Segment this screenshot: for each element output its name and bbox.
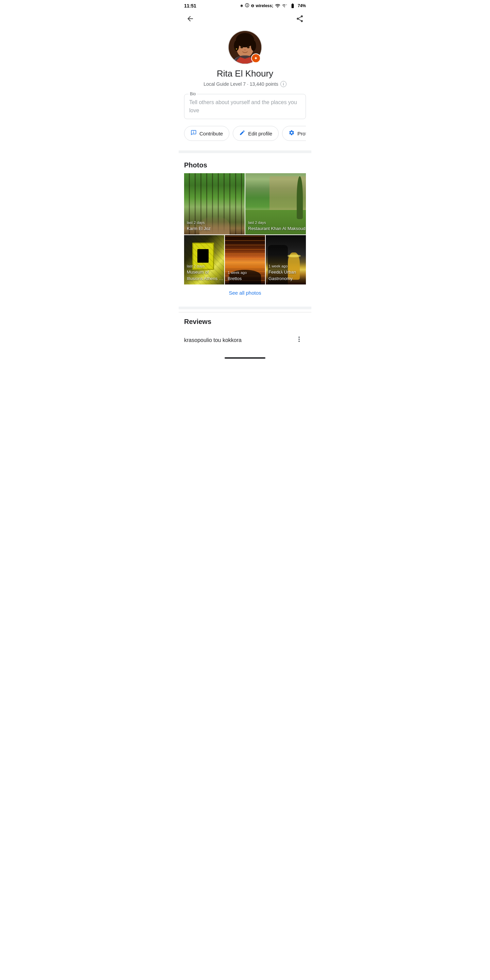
- bottom-indicator: [179, 353, 311, 363]
- wifi-icon: [275, 3, 280, 8]
- photo-item[interactable]: last 2 days Restaurant Khan Al Maksoud: [245, 173, 306, 234]
- settings-icon: [288, 130, 295, 137]
- photo-caption: last 2 days Museum of Illusions Athens …: [187, 264, 224, 282]
- photo-time: last 2 days: [187, 221, 211, 224]
- signal-icon: [282, 3, 288, 8]
- edit-profile-label: Edit profile: [248, 130, 272, 137]
- home-indicator: [224, 357, 266, 359]
- bio-label: Bio: [189, 92, 197, 96]
- profile-section: ✦ Rita El Khoury Local Guide Level 7 · 1…: [179, 27, 311, 148]
- photo-caption: 1 week ago Feedελ Urban Gastronomy: [269, 264, 306, 282]
- status-time: 11:51: [184, 3, 196, 8]
- bluetooth-icon: ∗: [240, 3, 243, 8]
- info-icon[interactable]: i: [280, 81, 286, 87]
- review-options-button[interactable]: [292, 334, 306, 347]
- review-header: krasopoulio tou kokkora: [184, 334, 306, 347]
- status-bar: 11:51 ∗ ⓘ ⊖ wireless; 74%: [179, 0, 311, 10]
- edit-icon: [239, 130, 245, 137]
- photos-section: Photos last 2 days Karm El Joz: [179, 156, 311, 304]
- photo-name: Restaurant Khan Al Maksoud: [248, 226, 305, 231]
- level-badge: ✦: [251, 53, 261, 63]
- share-button[interactable]: [294, 13, 306, 25]
- photo-item[interactable]: last 2 days Karm El Joz: [184, 173, 245, 234]
- photo-name: Museum of Illusions Athens …: [187, 269, 223, 281]
- photo-item[interactable]: 1 week ago Brettos: [225, 235, 265, 285]
- avatar-container: ✦: [228, 30, 262, 64]
- photo-caption: last 2 days Karm El Joz: [187, 221, 211, 232]
- reviews-section: Reviews krasopoulio tou kokkora: [179, 312, 311, 353]
- top-navigation: [179, 10, 311, 27]
- photos-bottom-row: last 2 days Museum of Illusions Athens ……: [184, 235, 306, 285]
- profile-level-text: Local Guide Level 7 · 13,440 points: [204, 81, 278, 87]
- svg-point-11: [236, 48, 237, 50]
- svg-point-4: [251, 40, 256, 51]
- back-button[interactable]: [184, 13, 196, 25]
- photo-time: last 2 days: [187, 264, 224, 268]
- battery-percent: 74%: [298, 3, 306, 8]
- action-buttons: Contribute Edit profile Profile settin…: [184, 126, 306, 142]
- photo-name: Karm El Joz: [187, 226, 211, 231]
- dnd-icon: ⊖: [251, 3, 254, 8]
- contribute-label: Contribute: [199, 130, 223, 137]
- profile-settings-button[interactable]: Profile settin…: [282, 126, 306, 141]
- reviews-section-title: Reviews: [184, 318, 306, 326]
- location-icon: ⓘ: [245, 3, 249, 8]
- battery-icon: [289, 3, 296, 8]
- photo-time: 1 week ago: [228, 270, 247, 275]
- badge-star-icon: ✦: [254, 56, 258, 61]
- status-icons: ∗ ⓘ ⊖ wireless; 74%: [240, 3, 306, 8]
- photo-caption: last 2 days Restaurant Khan Al Maksoud: [248, 221, 305, 232]
- photo-item[interactable]: 1 week ago Feedελ Urban Gastronomy: [266, 235, 306, 285]
- review-item: krasopoulio tou kokkora: [184, 330, 306, 350]
- bio-placeholder-text: Tell others about yourself and the place…: [189, 98, 301, 115]
- svg-point-8: [240, 46, 243, 48]
- review-place-name: krasopoulio tou kokkora: [184, 337, 242, 343]
- photo-time: 1 week ago: [269, 264, 306, 268]
- edit-profile-button[interactable]: Edit profile: [233, 126, 279, 141]
- svg-point-9: [247, 46, 250, 48]
- photo-caption: 1 week ago Brettos: [228, 270, 247, 282]
- photo-item[interactable]: last 2 days Museum of Illusions Athens …: [184, 235, 224, 285]
- profile-name: Rita El Khoury: [217, 68, 273, 79]
- profile-settings-label: Profile settin…: [298, 130, 306, 137]
- contribute-button[interactable]: Contribute: [184, 126, 229, 141]
- wifi-icon: wireless;: [256, 3, 273, 8]
- photo-name: Brettos: [228, 276, 242, 281]
- profile-subtitle: Local Guide Level 7 · 13,440 points i: [204, 81, 286, 87]
- section-divider: [179, 150, 311, 153]
- see-all-photos-link[interactable]: See all photos: [184, 285, 306, 301]
- photo-time: last 2 days: [248, 221, 305, 224]
- bio-box[interactable]: Bio Tell others about yourself and the p…: [184, 94, 306, 119]
- contribute-icon: [191, 130, 197, 137]
- photos-top-row: last 2 days Karm El Joz last 2 days Rest…: [184, 173, 306, 234]
- photos-section-title: Photos: [184, 161, 306, 169]
- svg-point-10: [244, 49, 246, 51]
- section-divider-2: [179, 307, 311, 309]
- photo-name: Feedελ Urban Gastronomy: [269, 269, 296, 281]
